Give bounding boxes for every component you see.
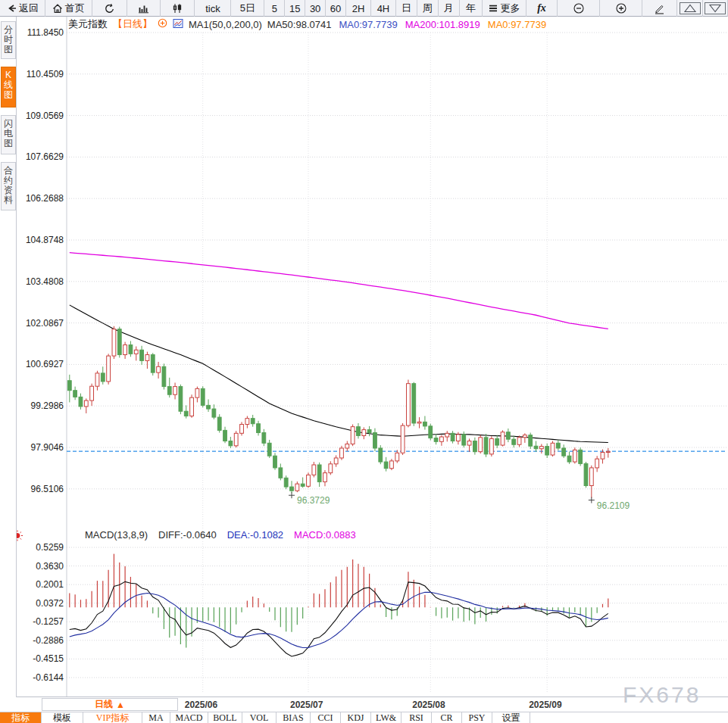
toolbar-button-zoom-in[interactable] [600, 0, 642, 17]
macd-axis-label: 0.2001 [36, 579, 64, 590]
toolbar-button-home[interactable]: 首页 [45, 0, 92, 17]
back-icon [6, 3, 17, 14]
candle [462, 435, 466, 445]
ma-value-label: MA0:97.7739 [339, 19, 397, 30]
candle [601, 452, 605, 459]
macd-value-label: MACD:0.0883 [294, 529, 356, 541]
low-marker-cross [589, 497, 595, 503]
toolbar-button-zoom-out[interactable] [558, 0, 600, 17]
toolbar-button-line-chart[interactable] [127, 0, 161, 17]
indicator-tab-rsi[interactable]: RSI [401, 712, 432, 723]
indicator-tab-macd[interactable]: MACD [170, 712, 208, 723]
price-axis-label: 110.4509 [27, 69, 64, 79]
candle [484, 438, 488, 454]
trading-app-window: 111.8450110.4509109.0569107.6629106.2688… [0, 0, 728, 723]
toolbar-button-refresh[interactable] [92, 0, 127, 17]
toolbar-button-label: tick [205, 3, 220, 14]
candle [307, 475, 311, 486]
toolbar-button-week[interactable]: 周 [417, 0, 439, 17]
toolbar-button-m5[interactable]: 5 [264, 0, 285, 17]
indicator-tab-psy[interactable]: PSY [462, 712, 492, 723]
indicator-tab-ma[interactable]: MA [142, 712, 170, 723]
indicator-tab-lwr[interactable]: LW& [371, 712, 401, 723]
toolbar-button-5d[interactable]: 5日 [231, 0, 264, 17]
candle [440, 437, 444, 441]
toolbar-button-label: 首页 [65, 2, 85, 15]
macd-axis-label: 0.0372 [36, 598, 64, 609]
candle [284, 478, 288, 487]
toolbar-button-label: 年 [466, 2, 476, 15]
toolbar-button-back[interactable]: 返回 [0, 0, 45, 17]
indicator-tab-templates[interactable]: 模板 [42, 712, 83, 723]
sidebar-item-char: 图 [4, 139, 13, 148]
candle [212, 409, 216, 417]
candle [234, 433, 238, 446]
sidebar-item-contract-info[interactable]: 合约资料 [1, 162, 16, 210]
mini-chart-icon[interactable] [173, 18, 183, 31]
zoom-in-icon [615, 2, 627, 14]
indicator-tab-boll[interactable]: BOLL [208, 712, 242, 723]
candle [473, 441, 476, 452]
candle-icon [172, 3, 183, 14]
indicator-tab-cr[interactable]: CR [432, 712, 462, 723]
toolbar-button-candle-chart[interactable] [161, 0, 195, 17]
toolbar-button-month[interactable]: 月 [439, 0, 460, 17]
candle [457, 435, 461, 441]
candle [423, 422, 427, 426]
add-indicator-icon[interactable] [158, 18, 167, 30]
indicator-tab-cci[interactable]: CCI [311, 712, 341, 723]
toolbar-button-draw[interactable] [642, 0, 677, 17]
time-axis-row: 日线 ▲ 2025/062025/072025/082025/09 [0, 697, 728, 712]
toolbar-button-m15[interactable]: 15 [285, 0, 305, 17]
candle [434, 438, 438, 442]
candle [367, 430, 371, 433]
candle [479, 438, 483, 452]
macd-axis-label: 0.3630 [36, 561, 64, 572]
toolbar-button-h2[interactable]: 2H [346, 0, 371, 17]
candle [329, 464, 333, 473]
indicator-tab-vip-indicators[interactable]: VIP指标 [83, 712, 142, 723]
toolbar-button-h4[interactable]: 4H [371, 0, 396, 17]
indicator-tab-indicators[interactable]: 指标 [0, 712, 42, 723]
indicator-tab-settings[interactable]: 设置 [492, 712, 530, 723]
toolbar-button-panel-down[interactable] [703, 0, 728, 17]
toolbar-button-tick[interactable]: tick [195, 0, 231, 17]
sidebar-item-time-share-chart[interactable]: 分时图 [1, 21, 16, 59]
price-axis-label: 107.6629 [26, 151, 64, 162]
candle [395, 453, 399, 461]
candle [573, 450, 576, 462]
price-axis-label: 100.6927 [26, 359, 64, 369]
candle [340, 448, 344, 458]
toolbar-button-fx[interactable]: fx [526, 0, 558, 17]
indicator-tab-bias[interactable]: BIAS [277, 712, 311, 723]
candle [606, 451, 610, 452]
toolbar-button-label: 60 [330, 3, 341, 14]
toolbar-button-more[interactable]: 更多 [483, 0, 526, 17]
toolbar-button-year[interactable]: 年 [460, 0, 483, 17]
indicator-tab-vol[interactable]: VOL [242, 712, 277, 723]
top-toolbar: 返回首页tick5日51530602H4H日周月年更多fx [0, 0, 728, 17]
candle [301, 484, 305, 486]
sidebar-item-candlestick-chart[interactable]: K线图 [1, 67, 16, 108]
candle [545, 447, 549, 455]
sidebar-item-lightning-chart[interactable]: 闪电图 [1, 115, 16, 154]
period-selector[interactable]: 日线 ▲ [42, 698, 178, 711]
toolbar-button-label: 4H [377, 3, 390, 14]
candle [262, 433, 266, 444]
menu-icon [488, 3, 498, 14]
ma-values: MA50:98.0741MA0:97.7739MA200:101.8919MA0… [267, 19, 546, 30]
candle [412, 384, 416, 423]
candle [429, 426, 433, 438]
indicator-tab-kdj[interactable]: KDJ [341, 712, 371, 723]
toolbar-button-m30[interactable]: 30 [305, 0, 326, 17]
candle [351, 427, 355, 444]
candle [140, 350, 144, 360]
candle [584, 463, 588, 485]
candle [173, 387, 177, 395]
candle [129, 345, 133, 354]
toolbar-button-m60[interactable]: 60 [326, 0, 346, 17]
ma-value-label: MA0:97.7739 [488, 19, 546, 30]
candle [539, 447, 543, 449]
toolbar-button-panel-up[interactable] [677, 0, 703, 17]
toolbar-button-day[interactable]: 日 [396, 0, 417, 17]
